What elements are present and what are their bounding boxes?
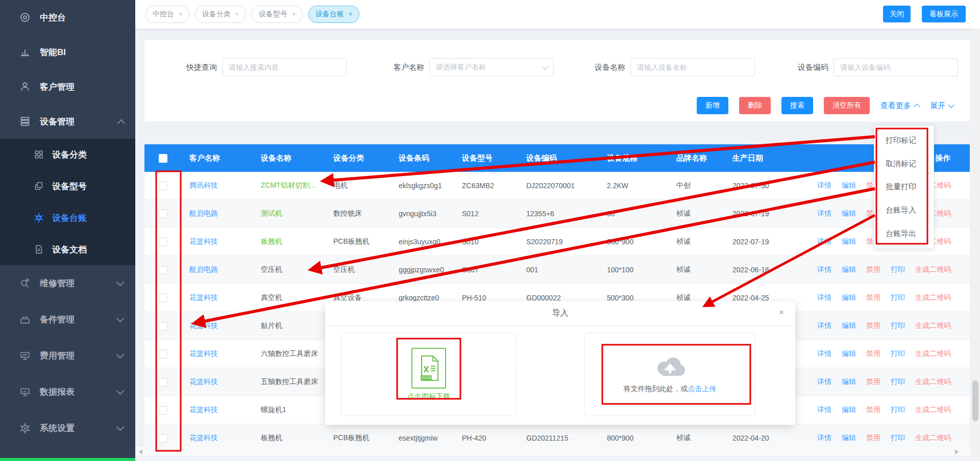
generate-qrcode-link[interactable]: 生成二维码 bbox=[915, 321, 951, 330]
device-code-input[interactable] bbox=[834, 58, 958, 76]
device-name-cell[interactable]: 五轴数控工具磨床 bbox=[253, 377, 325, 387]
device-name-cell[interactable]: 六轴数控工具磨床 bbox=[253, 349, 325, 358]
row-checkbox[interactable] bbox=[159, 210, 167, 218]
close-icon[interactable]: × bbox=[235, 11, 239, 18]
print-link[interactable]: 打印 bbox=[891, 405, 905, 415]
customer-name-link[interactable]: 花篮科技 bbox=[181, 349, 253, 358]
close-icon[interactable]: × bbox=[349, 11, 352, 18]
generate-qrcode-link[interactable]: 生成二维码 bbox=[915, 433, 951, 443]
menu-item-print-mark[interactable]: 打印标记 bbox=[874, 130, 934, 152]
edit-link[interactable]: 编辑 bbox=[842, 209, 856, 218]
edit-link[interactable]: 编辑 bbox=[842, 265, 856, 274]
edit-link[interactable]: 编辑 bbox=[842, 293, 856, 302]
row-checkbox[interactable] bbox=[159, 182, 167, 190]
menu-item-cancel-mark[interactable]: 取消标记 bbox=[874, 152, 934, 175]
sidebar-item-reports[interactable]: 数据报表 bbox=[0, 374, 135, 410]
generate-qrcode-link[interactable]: 生成二维码 bbox=[915, 349, 951, 358]
customer-name-select[interactable]: 请选择客户名称 bbox=[429, 58, 554, 76]
sidebar-item-spareparts[interactable]: 备件管理 bbox=[0, 301, 135, 338]
clear-all-button[interactable]: 清空所有 bbox=[824, 97, 870, 114]
detail-link[interactable]: 详情 bbox=[817, 293, 831, 302]
menu-item-ledger-import[interactable]: 台账导入 bbox=[874, 199, 934, 222]
row-checkbox[interactable] bbox=[159, 266, 167, 274]
device-name-cell[interactable]: 板翘机 bbox=[253, 433, 325, 443]
edit-link[interactable]: 编辑 bbox=[842, 181, 856, 190]
sidebar-item-device-ledger[interactable]: 设备台账 bbox=[0, 202, 135, 234]
disable-link[interactable]: 禁用 bbox=[866, 405, 880, 415]
edit-link[interactable]: 编辑 bbox=[842, 405, 856, 415]
customer-name-link[interactable]: 航启电路 bbox=[181, 265, 253, 274]
sidebar-item-devices[interactable]: 设备管理 bbox=[0, 104, 135, 139]
customer-name-link[interactable]: 花篮科技 bbox=[181, 293, 253, 302]
device-name-input[interactable] bbox=[630, 58, 755, 76]
upload-drop-zone[interactable]: 将文件拖到此处，或点击上传 bbox=[584, 332, 755, 416]
row-checkbox[interactable] bbox=[159, 238, 167, 246]
sidebar-item-settings[interactable]: 系统设置 bbox=[0, 410, 135, 446]
sidebar-item-device-docs[interactable]: 设备文档 bbox=[0, 234, 135, 265]
sidebar-item-bi[interactable]: 智能BI bbox=[0, 35, 135, 69]
device-name-cell[interactable]: 空压机 bbox=[253, 265, 325, 274]
select-all-checkbox[interactable] bbox=[159, 154, 167, 163]
disable-link[interactable]: 禁用 bbox=[866, 433, 880, 443]
device-name-cell[interactable]: 测试机 bbox=[253, 209, 325, 218]
device-name-cell[interactable]: 贴片机 bbox=[253, 321, 325, 330]
add-button[interactable]: 新增 bbox=[697, 97, 728, 114]
disable-link[interactable]: 禁用 bbox=[866, 265, 880, 274]
generate-qrcode-link[interactable]: 生成二维码 bbox=[915, 293, 951, 302]
row-checkbox[interactable] bbox=[159, 378, 167, 387]
sidebar-item-customers[interactable]: 客户管理 bbox=[0, 69, 135, 104]
device-name-cell[interactable]: 板翘机 bbox=[253, 237, 325, 246]
sidebar-item-console[interactable]: 中控台 bbox=[0, 0, 135, 35]
print-link[interactable]: 打印 bbox=[891, 293, 905, 302]
row-checkbox[interactable] bbox=[159, 350, 167, 358]
quick-search-input[interactable] bbox=[222, 58, 347, 76]
customer-name-link[interactable]: 腾讯科技 bbox=[181, 181, 253, 190]
row-checkbox[interactable] bbox=[159, 294, 167, 302]
edit-link[interactable]: 编辑 bbox=[842, 433, 856, 443]
upload-link[interactable]: 点击上传 bbox=[688, 385, 717, 393]
detail-link[interactable]: 详情 bbox=[817, 433, 831, 443]
search-button[interactable]: 搜索 bbox=[781, 97, 813, 114]
detail-link[interactable]: 详情 bbox=[817, 321, 831, 330]
generate-qrcode-link[interactable]: 生成二维码 bbox=[915, 405, 951, 415]
customer-name-link[interactable]: 花篮科技 bbox=[181, 433, 253, 443]
edit-link[interactable]: 编辑 bbox=[842, 349, 856, 358]
detail-link[interactable]: 详情 bbox=[817, 181, 831, 190]
scroll-left-arrow-icon[interactable] bbox=[139, 449, 142, 454]
customer-name-link[interactable]: 花篮科技 bbox=[181, 377, 253, 387]
row-checkbox[interactable] bbox=[159, 322, 167, 330]
detail-link[interactable]: 详情 bbox=[817, 405, 831, 415]
tab-console[interactable]: 中控台 × bbox=[145, 6, 189, 23]
menu-item-ledger-export[interactable]: 台账导出 bbox=[874, 222, 934, 245]
device-name-cell[interactable]: 真空机 bbox=[253, 293, 325, 302]
print-link[interactable]: 打印 bbox=[891, 349, 905, 358]
customer-name-link[interactable]: 花篮科技 bbox=[181, 405, 253, 415]
edit-link[interactable]: 编辑 bbox=[842, 377, 856, 387]
tab-device-ledger[interactable]: 设备台账 × bbox=[308, 6, 359, 23]
vertical-scrollbar-thumb[interactable] bbox=[972, 380, 978, 421]
sidebar-item-repair[interactable]: 维修管理 bbox=[0, 265, 135, 301]
sidebar-item-device-model[interactable]: 设备型号 bbox=[0, 170, 135, 202]
detail-link[interactable]: 详情 bbox=[817, 377, 831, 387]
detail-link[interactable]: 详情 bbox=[817, 237, 831, 246]
device-name-cell[interactable]: ZCMT铝材切割... bbox=[253, 181, 325, 190]
download-hint[interactable]: 点击图标下载 bbox=[407, 392, 450, 401]
close-icon[interactable]: × bbox=[779, 308, 784, 318]
print-link[interactable]: 打印 bbox=[891, 433, 905, 443]
excel-download-button[interactable]: EXCEL 点击图标下载 bbox=[407, 348, 450, 401]
row-checkbox[interactable] bbox=[159, 406, 167, 415]
disable-link[interactable]: 禁用 bbox=[866, 377, 880, 387]
edit-link[interactable]: 编辑 bbox=[842, 237, 856, 246]
horizontal-scrollbar[interactable] bbox=[135, 447, 971, 456]
detail-link[interactable]: 详情 bbox=[817, 349, 831, 358]
board-display-button[interactable]: 看板展示 bbox=[922, 6, 966, 22]
view-more-link[interactable]: 查看更多 bbox=[880, 101, 919, 111]
close-button[interactable]: 关闭 bbox=[883, 6, 911, 22]
detail-link[interactable]: 详情 bbox=[817, 209, 831, 218]
close-icon[interactable]: × bbox=[292, 11, 296, 18]
menu-item-batch-print[interactable]: 批量打印 bbox=[874, 176, 934, 198]
generate-qrcode-link[interactable]: 生成二维码 bbox=[915, 377, 951, 387]
disable-link[interactable]: 禁用 bbox=[866, 349, 880, 358]
device-name-cell[interactable]: 螺旋机1 bbox=[253, 405, 325, 415]
edit-link[interactable]: 编辑 bbox=[842, 321, 856, 330]
